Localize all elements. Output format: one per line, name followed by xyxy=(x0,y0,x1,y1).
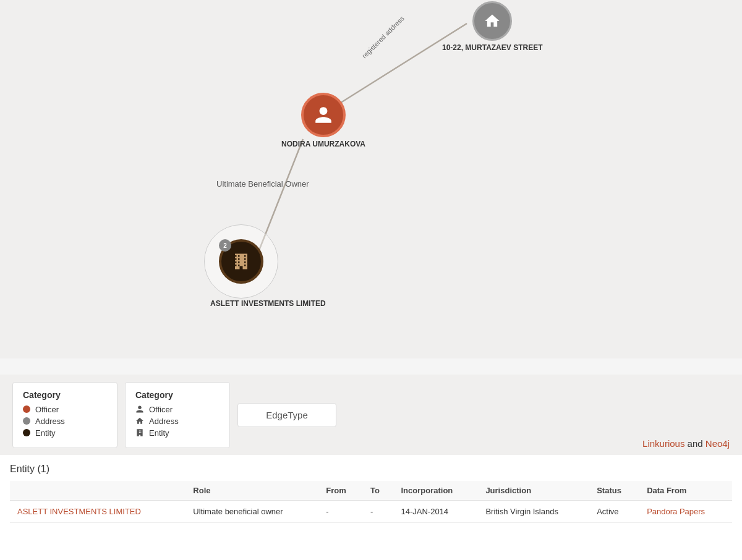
address-label-right: Address xyxy=(149,417,179,426)
entity-table: Role From To Incorporation Jurisdiction … xyxy=(10,481,732,523)
col-status: Status xyxy=(589,481,639,501)
legend-item-address-right: Address xyxy=(135,417,220,426)
entity-name-link[interactable]: ASLETT INVESTMENTS LIMITED xyxy=(17,507,141,516)
person-node[interactable]: NODIRA UMURZAKOVA xyxy=(281,93,365,148)
col-role: Role xyxy=(186,481,318,501)
legend-box-left: Category Officer Address Entity xyxy=(12,382,117,448)
col-incorporation: Incorporation xyxy=(394,481,479,501)
cell-status: Active xyxy=(589,501,639,523)
branding-linkurious: Linkurious xyxy=(642,438,684,449)
col-name xyxy=(10,481,186,501)
col-jurisdiction: Jurisdiction xyxy=(478,481,589,501)
table-area: Entity (1) Role From To Incorporation Ju… xyxy=(0,455,742,560)
legend-box-right: Category Officer Address Ent xyxy=(125,382,230,448)
address-dot-left xyxy=(23,417,30,425)
entity-node-circle[interactable]: 2 xyxy=(219,239,263,284)
cell-incorporation: 14-JAN-2014 xyxy=(394,501,479,523)
address-icon-right xyxy=(135,417,144,425)
address-node[interactable]: 10-22, MURTAZAEV STREET xyxy=(442,1,542,52)
cell-role: Ultimate beneficial owner xyxy=(186,501,318,523)
legend-item-address-left: Address xyxy=(23,417,107,426)
legend-item-officer-right: Officer xyxy=(135,405,220,414)
col-from: From xyxy=(318,481,363,501)
table-row: ASLETT INVESTMENTS LIMITED Ultimate bene… xyxy=(10,501,732,523)
ubo-edge-label: Ultimate Beneficial Owner xyxy=(216,179,309,189)
cell-data-from[interactable]: Pandora Papers xyxy=(639,501,732,523)
person-node-circle[interactable] xyxy=(301,93,346,137)
entity-label-right: Entity xyxy=(149,428,169,438)
officer-label-right: Officer xyxy=(149,405,173,414)
legend-item-officer-left: Officer xyxy=(23,405,107,414)
data-from-link[interactable]: Pandora Papers xyxy=(647,507,705,516)
legend-area: Category Officer Address Entity Category… xyxy=(0,375,742,455)
branding-and: and xyxy=(684,438,705,449)
address-node-label: 10-22, MURTAZAEV STREET xyxy=(442,43,542,52)
branding: Linkurious and Neo4j xyxy=(642,438,730,449)
graph-edges: registered address xyxy=(0,0,742,358)
legend-left-title: Category xyxy=(23,390,107,400)
branding-neo4j: Neo4j xyxy=(706,438,730,449)
officer-icon-right xyxy=(135,405,144,414)
entity-node-badge: 2 xyxy=(219,239,231,252)
entity-node-label: ASLETT INVESTMENTS LIMITED xyxy=(210,299,326,308)
entity-node-wrapper[interactable]: 2 xyxy=(201,221,281,302)
address-node-circle[interactable] xyxy=(472,1,512,41)
cell-jurisdiction: British Virgin Islands xyxy=(478,501,589,523)
legend-right-title: Category xyxy=(135,390,220,400)
legend-item-entity-left: Entity xyxy=(23,428,107,438)
officer-dot-left xyxy=(23,405,30,413)
col-data-from: Data From xyxy=(639,481,732,501)
entity-icon-right xyxy=(135,428,144,437)
cell-from: - xyxy=(318,501,363,523)
cell-entity-name[interactable]: ASLETT INVESTMENTS LIMITED xyxy=(10,501,186,523)
entity-label-left: Entity xyxy=(35,428,56,438)
cell-to: - xyxy=(363,501,393,523)
table-header-row: Role From To Incorporation Jurisdiction … xyxy=(10,481,732,501)
legend-item-entity-right: Entity xyxy=(135,428,220,438)
table-section-title: Entity (1) xyxy=(10,455,732,481)
edge-type-box[interactable]: EdgeType xyxy=(237,403,336,427)
person-node-label: NODIRA UMURZAKOVA xyxy=(281,140,365,148)
edge-type-label: EdgeType xyxy=(266,410,308,420)
entity-dot-left xyxy=(23,429,30,436)
graph-canvas[interactable]: registered address 10-22, MURTAZAEV STRE… xyxy=(0,0,742,358)
edge-label-registered-address: registered address xyxy=(360,14,406,59)
address-label-left: Address xyxy=(35,417,65,426)
officer-label-left: Officer xyxy=(35,405,59,414)
col-to: To xyxy=(363,481,393,501)
